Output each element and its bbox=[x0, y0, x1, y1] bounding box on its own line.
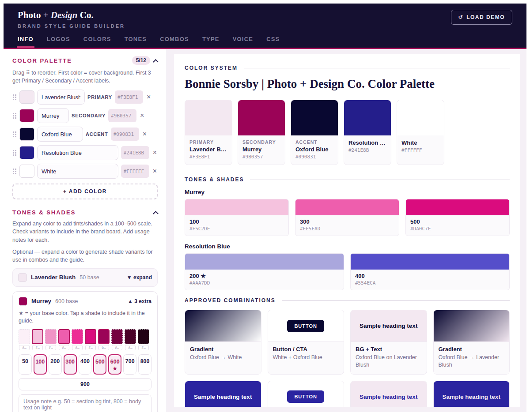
remove-color-button[interactable]: × bbox=[152, 148, 158, 157]
tab-tones[interactable]: TONES bbox=[125, 36, 147, 42]
divider bbox=[244, 68, 510, 68]
shade-pill-600-base[interactable]: 600★ bbox=[108, 354, 121, 375]
tone-row-murrey[interactable]: Murrey 600 base ▲ 3 extra bbox=[19, 297, 151, 306]
base-star-icon: ★ bbox=[113, 366, 117, 371]
tab-voice[interactable]: VOICE bbox=[233, 36, 253, 42]
color-swatch[interactable] bbox=[19, 146, 34, 159]
shade-swatch[interactable] bbox=[72, 329, 83, 344]
shade-pill-800[interactable]: 800 bbox=[138, 354, 151, 375]
hex-input[interactable] bbox=[108, 109, 136, 122]
collapse-toggle[interactable]: ▲ 3 extra bbox=[128, 298, 151, 304]
remove-color-button[interactable]: × bbox=[139, 111, 145, 120]
tab-bar: INFO LOGOS COLORS TONES COMBOS TYPE VOIC… bbox=[18, 36, 512, 48]
shade-pill-300[interactable]: 300 bbox=[64, 354, 77, 375]
hex-input[interactable] bbox=[121, 146, 149, 159]
shade-swatch[interactable] bbox=[58, 329, 70, 344]
color-swatch[interactable] bbox=[19, 109, 34, 122]
shade-swatch[interactable] bbox=[85, 329, 96, 344]
shade-swatch[interactable] bbox=[45, 329, 57, 344]
shade-pill-500[interactable]: 500 bbox=[93, 354, 106, 375]
reload-icon: ↺ bbox=[458, 14, 464, 20]
color-name-input[interactable] bbox=[37, 108, 69, 123]
collapse-tones-chevron-icon[interactable] bbox=[153, 211, 159, 217]
brand-photo: Photo bbox=[18, 10, 41, 20]
remove-color-button[interactable]: × bbox=[146, 93, 151, 101]
shade-hex-input[interactable]: #… bbox=[125, 345, 136, 350]
shade-pill-400[interactable]: 400 bbox=[79, 354, 92, 375]
remove-color-button[interactable]: × bbox=[142, 130, 148, 139]
shade-hex-input[interactable]: #… bbox=[59, 345, 69, 350]
shade-hex-input[interactable]: #… bbox=[112, 345, 122, 350]
tone-color-name: Lavender Blush bbox=[31, 274, 76, 281]
shade-hex-input[interactable]: #… bbox=[72, 345, 83, 350]
shade-pill-200[interactable]: 200 bbox=[49, 354, 62, 375]
combo-card-button: BUTTON Button / CTA White + Oxford Blue bbox=[268, 310, 344, 375]
color-count-badge: 5/12 bbox=[132, 56, 150, 65]
color-name-input[interactable] bbox=[37, 145, 118, 160]
sample-button[interactable]: BUTTON bbox=[287, 320, 324, 332]
shade-hex-input[interactable]: #… bbox=[19, 345, 30, 350]
color-swatch[interactable] bbox=[19, 90, 34, 104]
tab-colors[interactable]: COLORS bbox=[83, 36, 111, 42]
tone-row-lavender-blush[interactable]: Lavender Blush 50 base ▼ expand bbox=[12, 268, 158, 287]
palette-card-swatch bbox=[344, 100, 391, 135]
shade-swatch[interactable] bbox=[138, 329, 149, 344]
shade-swatch[interactable] bbox=[98, 329, 110, 344]
shade-hex-input[interactable]: 6… bbox=[98, 345, 109, 350]
shade-pill-100[interactable]: 100 bbox=[34, 354, 47, 375]
tab-type[interactable]: TYPE bbox=[202, 36, 220, 42]
palette-card-role: ACCENT bbox=[295, 139, 333, 145]
load-demo-button[interactable]: ↺ LOAD DEMO bbox=[451, 10, 512, 25]
palette-cards: PRIMARY Lavender Blush #F3E8F1 SECONDARY… bbox=[185, 100, 510, 165]
tone-card-label: 200 ★ bbox=[189, 273, 339, 279]
remove-color-button[interactable]: × bbox=[152, 167, 158, 176]
drag-handle-icon[interactable] bbox=[12, 131, 17, 138]
shade-swatch[interactable] bbox=[111, 329, 123, 344]
drag-handle-icon[interactable] bbox=[12, 168, 17, 175]
shade-pill-row: 50 100 200 300 400 500 600★ 700 800 bbox=[19, 354, 151, 375]
usage-note-input[interactable] bbox=[19, 394, 151, 412]
hex-input[interactable] bbox=[115, 90, 143, 104]
shade-hex-input[interactable]: #… bbox=[85, 345, 96, 350]
shade-swatch[interactable] bbox=[19, 329, 30, 344]
shade-pill-700[interactable]: 700 bbox=[123, 354, 136, 375]
tone-base-label: 600 base bbox=[55, 298, 124, 304]
palette-card-name: Lavender Blush bbox=[189, 146, 227, 153]
drag-handle-icon[interactable] bbox=[12, 94, 17, 101]
shade-pill-900[interactable]: 900 bbox=[19, 378, 151, 390]
color-name-input[interactable] bbox=[37, 90, 85, 105]
combo-card-bgtext: Sample heading text BG + Text Oxford Blu… bbox=[350, 310, 427, 375]
color-name-input[interactable] bbox=[37, 127, 83, 142]
palette-card: White #FFFFFF bbox=[397, 100, 444, 165]
hex-input[interactable] bbox=[111, 128, 139, 141]
tones-shades-title: TONES & SHADES bbox=[12, 209, 150, 216]
shade-hex-input[interactable]: #… bbox=[138, 345, 149, 350]
tab-css[interactable]: CSS bbox=[266, 36, 280, 42]
expand-toggle[interactable]: ▼ expand bbox=[127, 274, 152, 281]
sample-button[interactable]: BUTTON bbox=[287, 390, 324, 403]
collapse-palette-chevron-icon[interactable] bbox=[153, 59, 159, 64]
shade-hex-input[interactable]: #… bbox=[32, 345, 43, 350]
tab-logos[interactable]: LOGOS bbox=[47, 36, 70, 42]
color-swatch[interactable] bbox=[19, 128, 34, 141]
color-swatch[interactable] bbox=[19, 165, 34, 178]
combo-card-button: BUTTON Button / CTA White + Resolution B… bbox=[268, 381, 344, 407]
palette-card-swatch bbox=[291, 100, 338, 135]
tone-color-name: Murrey bbox=[31, 298, 51, 304]
tab-combos[interactable]: COMBOS bbox=[160, 36, 189, 42]
page: Photo + Design Co. BRAND STYLE GUIDE BUI… bbox=[0, 0, 530, 420]
hex-input[interactable] bbox=[121, 165, 149, 178]
shade-swatch[interactable] bbox=[32, 329, 43, 344]
tab-info[interactable]: INFO bbox=[18, 36, 34, 42]
tone-swatch-icon bbox=[19, 297, 27, 306]
color-name-input[interactable] bbox=[37, 164, 118, 179]
combo-card-bgtext: Sample heading text BG + Text Resolution… bbox=[350, 381, 427, 407]
shade-hex-input[interactable]: #… bbox=[45, 345, 56, 350]
add-color-button[interactable]: + ADD COLOR bbox=[12, 184, 158, 199]
palette-hint: Drag ⠿ to reorder. First color = cover b… bbox=[12, 69, 158, 85]
sample-heading-text: Sample heading text bbox=[443, 394, 500, 400]
shade-swatch[interactable] bbox=[125, 329, 136, 344]
drag-handle-icon[interactable] bbox=[12, 112, 17, 119]
shade-pill-50[interactable]: 50 bbox=[19, 354, 32, 375]
drag-handle-icon[interactable] bbox=[12, 150, 17, 156]
